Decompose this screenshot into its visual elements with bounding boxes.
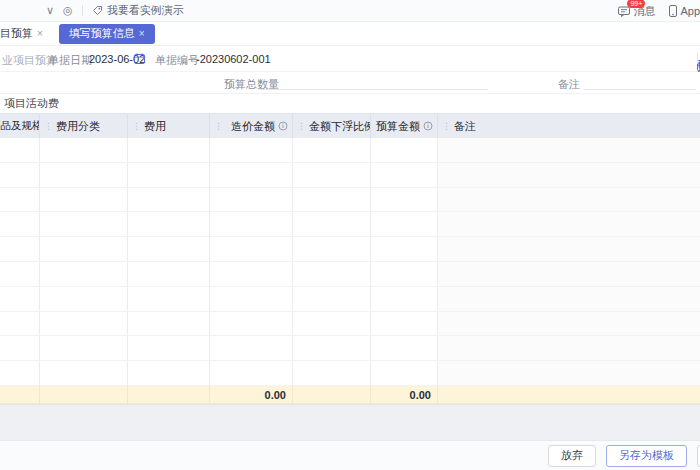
messages-button[interactable]: 消息 99+ bbox=[618, 4, 655, 19]
calendar-icon[interactable] bbox=[134, 53, 145, 64]
column-header-expense-category[interactable]: ⋮ 费用分类 bbox=[40, 114, 128, 138]
table-cell[interactable] bbox=[128, 212, 210, 236]
table-cell[interactable] bbox=[0, 237, 40, 261]
table-cell[interactable] bbox=[0, 188, 40, 212]
table-cell[interactable] bbox=[40, 262, 128, 286]
column-header-product-spec[interactable]: 商品及规格 bbox=[0, 114, 40, 138]
table-cell[interactable] bbox=[210, 138, 293, 162]
table-cell[interactable] bbox=[371, 312, 438, 336]
table-row[interactable] bbox=[0, 262, 700, 287]
table-cell[interactable] bbox=[371, 138, 438, 162]
table-cell[interactable] bbox=[293, 163, 371, 187]
remark-input[interactable] bbox=[584, 74, 696, 90]
target-icon[interactable]: ◎ bbox=[63, 5, 73, 16]
table-row[interactable] bbox=[0, 212, 700, 237]
table-cell[interactable] bbox=[293, 312, 371, 336]
table-cell[interactable] bbox=[293, 212, 371, 236]
table-cell[interactable] bbox=[128, 361, 210, 385]
column-header-remark[interactable]: ⋮ 备注 bbox=[438, 114, 700, 138]
table-cell[interactable] bbox=[438, 262, 700, 286]
tab-fill-budget-info[interactable]: 填写预算信息 × bbox=[59, 24, 155, 44]
table-cell[interactable] bbox=[128, 163, 210, 187]
table-cell[interactable] bbox=[0, 138, 40, 162]
table-cell[interactable] bbox=[128, 262, 210, 286]
table-cell[interactable] bbox=[128, 188, 210, 212]
table-cell[interactable] bbox=[438, 336, 700, 360]
column-header-budget-amount[interactable]: ⋮ 预算金额 bbox=[371, 114, 438, 138]
table-cell[interactable] bbox=[210, 237, 293, 261]
total-quantity-input[interactable] bbox=[260, 74, 488, 90]
table-row[interactable] bbox=[0, 287, 700, 312]
table-cell[interactable] bbox=[293, 188, 371, 212]
table-cell[interactable] bbox=[293, 237, 371, 261]
save-as-template-button[interactable]: 另存为模板 bbox=[606, 445, 687, 467]
table-cell[interactable] bbox=[0, 262, 40, 286]
info-icon[interactable] bbox=[423, 121, 433, 131]
table-row[interactable] bbox=[0, 361, 700, 386]
table-cell[interactable] bbox=[210, 163, 293, 187]
table-cell[interactable] bbox=[210, 188, 293, 212]
table-cell[interactable] bbox=[371, 287, 438, 311]
table-cell[interactable] bbox=[210, 287, 293, 311]
drag-handle-icon[interactable]: ⋮ bbox=[371, 122, 373, 131]
close-icon[interactable]: × bbox=[37, 28, 43, 39]
table-cell[interactable] bbox=[438, 188, 700, 212]
table-cell[interactable] bbox=[210, 361, 293, 385]
table-cell[interactable] bbox=[371, 237, 438, 261]
drag-handle-icon[interactable]: ⋮ bbox=[297, 122, 306, 131]
table-cell[interactable] bbox=[371, 163, 438, 187]
drag-handle-icon[interactable]: ⋮ bbox=[442, 122, 451, 131]
discard-button[interactable]: 放弃 bbox=[548, 445, 596, 467]
table-cell[interactable] bbox=[0, 336, 40, 360]
table-cell[interactable] bbox=[40, 188, 128, 212]
table-cell[interactable] bbox=[438, 138, 700, 162]
table-cell[interactable] bbox=[371, 361, 438, 385]
table-cell[interactable] bbox=[0, 312, 40, 336]
number-value[interactable]: -20230602-001 bbox=[196, 53, 271, 65]
table-cell[interactable] bbox=[0, 287, 40, 311]
info-icon[interactable] bbox=[278, 121, 288, 131]
table-row[interactable] bbox=[0, 336, 700, 361]
table-cell[interactable] bbox=[371, 212, 438, 236]
table-cell[interactable] bbox=[293, 138, 371, 162]
column-header-expense[interactable]: ⋮ 费用 bbox=[128, 114, 210, 138]
table-row[interactable] bbox=[0, 138, 700, 163]
table-cell[interactable] bbox=[0, 361, 40, 385]
table-cell[interactable] bbox=[0, 212, 40, 236]
table-cell[interactable] bbox=[40, 312, 128, 336]
tab-project-budget[interactable]: 目预算 × bbox=[0, 26, 45, 41]
table-cell[interactable] bbox=[128, 237, 210, 261]
column-header-amount-float-ratio[interactable]: ⋮ 金额下浮比例... bbox=[293, 114, 371, 138]
table-cell[interactable] bbox=[128, 336, 210, 360]
table-cell[interactable] bbox=[40, 361, 128, 385]
drag-handle-icon[interactable]: ⋮ bbox=[214, 122, 223, 131]
table-cell[interactable] bbox=[371, 188, 438, 212]
close-icon[interactable]: × bbox=[139, 28, 145, 39]
table-cell[interactable] bbox=[438, 237, 700, 261]
table-cell[interactable] bbox=[293, 361, 371, 385]
table-cell[interactable] bbox=[40, 138, 128, 162]
drag-handle-icon[interactable]: ⋮ bbox=[132, 122, 141, 131]
table-cell[interactable] bbox=[438, 287, 700, 311]
table-cell[interactable] bbox=[40, 237, 128, 261]
table-cell[interactable] bbox=[40, 287, 128, 311]
table-cell[interactable] bbox=[210, 262, 293, 286]
chevron-down-icon[interactable]: ∨ bbox=[46, 5, 54, 16]
table-cell[interactable] bbox=[128, 312, 210, 336]
table-cell[interactable] bbox=[0, 163, 40, 187]
table-cell[interactable] bbox=[438, 312, 700, 336]
table-cell[interactable] bbox=[371, 336, 438, 360]
table-cell[interactable] bbox=[438, 212, 700, 236]
table-cell[interactable] bbox=[293, 287, 371, 311]
table-row[interactable] bbox=[0, 312, 700, 337]
table-cell[interactable] bbox=[40, 336, 128, 360]
table-cell[interactable] bbox=[40, 212, 128, 236]
table-cell[interactable] bbox=[371, 262, 438, 286]
demo-link[interactable]: 我要看实例演示 bbox=[92, 3, 184, 18]
table-row[interactable] bbox=[0, 237, 700, 262]
column-header-cost-amount[interactable]: ⋮ 造价金额 bbox=[210, 114, 293, 138]
table-cell[interactable] bbox=[438, 163, 700, 187]
table-cell[interactable] bbox=[210, 212, 293, 236]
drag-handle-icon[interactable]: ⋮ bbox=[44, 122, 53, 131]
table-cell[interactable] bbox=[438, 361, 700, 385]
